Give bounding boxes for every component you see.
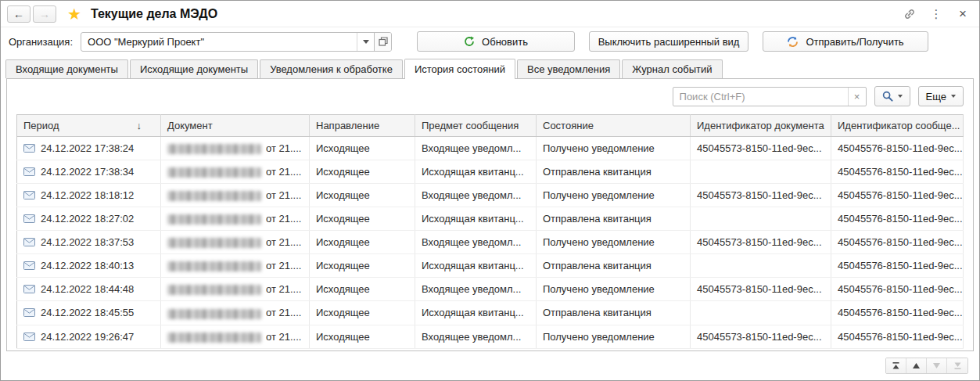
cell-state: Отправлена квитанция — [537, 254, 691, 278]
tab-5[interactable]: Все уведомления — [517, 59, 620, 78]
cell-direction: Исходящее — [310, 184, 415, 207]
column-header[interactable]: Документ — [161, 115, 310, 137]
tab-bar: Входящие документы Исходящие документы У… — [1, 59, 979, 78]
table-row[interactable]: 24.12.2022 18:27:02 от 21.... Исходящее … — [17, 207, 964, 231]
search-input[interactable] — [673, 88, 848, 106]
cell-subject: Исходящая квитанц... — [415, 254, 537, 278]
refresh-button[interactable]: Обновить — [417, 31, 575, 52]
column-header[interactable]: Идентификатор сообще... — [831, 115, 964, 137]
column-header[interactable]: Идентификатор документа — [691, 115, 831, 137]
tab-6[interactable]: Журнал событий — [622, 59, 722, 78]
clear-search-button[interactable]: × — [848, 88, 866, 106]
cell-doc-suffix: от 21.... — [266, 260, 301, 271]
envelope-icon — [23, 308, 35, 317]
cell-period: 24.12.2022 18:37:53 — [41, 236, 134, 248]
cell-direction: Исходящее — [310, 137, 415, 160]
kebab-menu-icon[interactable]: ⋮ — [929, 7, 943, 21]
table-row[interactable]: 24.12.2022 18:37:53 от 21.... Исходящее … — [17, 231, 964, 254]
cell-state: Получено уведомление — [537, 231, 691, 254]
cell-state: Получено уведомление — [537, 184, 691, 207]
organization-open-button[interactable] — [374, 33, 391, 51]
column-header-label: Документ — [167, 120, 213, 131]
organization-label: Организация: — [9, 36, 73, 48]
column-header[interactable]: Направление — [310, 115, 415, 137]
refresh-icon — [464, 36, 475, 47]
cell-subject: Входящее уведомл... — [415, 137, 537, 160]
toggle-extended-view-button[interactable]: Выключить расширенный вид — [589, 31, 748, 52]
cell-doc-suffix: от 21.... — [266, 283, 301, 295]
envelope-icon — [23, 214, 35, 223]
table-row[interactable]: 24.12.2022 17:38:24 от 21.... Исходящее … — [17, 137, 964, 160]
cell-doc-id: 45045573-8150-11ed-9ec... — [691, 325, 831, 348]
cell-doc-suffix: от 21.... — [266, 307, 301, 318]
forward-arrow-icon: → — [39, 8, 50, 20]
cell-state: Получено уведомление — [537, 137, 691, 160]
envelope-icon — [23, 167, 35, 176]
table-header-row: Период↓ДокументНаправлениеПредмет сообще… — [17, 115, 964, 137]
organization-combobox[interactable]: ООО "Меркурий Проект" — [81, 32, 392, 52]
forward-button[interactable]: → — [33, 5, 56, 23]
send-receive-icon — [787, 36, 799, 48]
column-header[interactable]: Предмет сообщения — [415, 115, 537, 137]
cell-msg-id: 45045576-8150-11ed-9ec... — [831, 184, 964, 207]
tab-4[interactable]: История состояний — [404, 59, 515, 79]
cell-period: 24.12.2022 17:38:34 — [41, 166, 134, 178]
tab-label: Уведомления к обработке — [270, 63, 393, 75]
cell-period: 24.12.2022 18:27:02 — [41, 213, 134, 225]
table-row[interactable]: 24.12.2022 18:45:55 от 21.... Исходящее … — [17, 301, 964, 325]
search-row: × Еще — [7, 79, 973, 111]
cell-doc-suffix: от 21.... — [266, 331, 301, 343]
search-icon — [882, 91, 893, 102]
more-button-label: Еще — [926, 91, 946, 102]
close-icon[interactable]: × — [956, 7, 970, 21]
cell-period: 24.12.2022 18:18:12 — [41, 189, 134, 201]
cell-state: Получено уведомление — [537, 325, 691, 348]
cell-state: Отправлена квитанция — [537, 301, 691, 325]
history-table: Период↓ДокументНаправлениеПредмет сообще… — [16, 114, 964, 349]
envelope-icon — [23, 191, 35, 199]
cell-msg-id: 45045576-8150-11ed-9ec... — [831, 278, 964, 301]
app-window: ← → ★ Текущие дела МЭДО ⋮ × Организация:… — [0, 0, 980, 381]
cell-period: 24.12.2022 18:44:48 — [41, 283, 134, 295]
redacted-document-name — [167, 144, 261, 154]
envelope-icon — [23, 238, 35, 246]
cell-msg-id: 45045576-8150-11ed-9ec... — [831, 325, 964, 348]
tab-label: История состояний — [415, 63, 505, 75]
cell-doc-suffix: от 21.... — [266, 189, 301, 201]
search-settings-button[interactable] — [874, 86, 910, 106]
list-scroll-buttons — [885, 358, 968, 374]
cell-subject: Входящее уведомл... — [415, 278, 537, 301]
chevron-down-icon — [363, 40, 369, 44]
open-form-icon — [379, 37, 388, 46]
cell-subject: Входящее уведомл... — [415, 325, 537, 348]
search-field: × — [673, 87, 867, 106]
tab-1[interactable]: Входящие документы — [5, 59, 128, 78]
scroll-to-top-button[interactable] — [886, 358, 906, 373]
favorite-star-icon[interactable]: ★ — [67, 6, 81, 22]
sort-desc-icon: ↓ — [137, 120, 142, 131]
tab-3[interactable]: Уведомления к обработке — [260, 59, 403, 78]
cell-subject: Входящее уведомл... — [415, 231, 537, 254]
column-header[interactable]: Состояние — [537, 115, 691, 137]
tab-2[interactable]: Исходящие документы — [130, 59, 258, 78]
cell-direction: Исходящее — [310, 301, 415, 325]
organization-dropdown-button[interactable] — [357, 33, 374, 51]
scroll-to-bottom-button[interactable] — [947, 358, 967, 373]
table-row[interactable]: 24.12.2022 18:40:13 от 21.... Исходящее … — [17, 254, 964, 278]
back-button[interactable]: ← — [7, 5, 31, 23]
table-row[interactable]: 24.12.2022 19:26:47 от 21.... Исходящее … — [17, 325, 964, 348]
table-row[interactable]: 24.12.2022 18:18:12 от 21.... Исходящее … — [17, 184, 964, 207]
chevron-down-icon — [898, 95, 903, 98]
send-receive-button[interactable]: Отправить/Получить — [763, 31, 928, 52]
table-row[interactable]: 24.12.2022 17:38:34 от 21.... Исходящее … — [17, 160, 964, 184]
cell-doc-suffix: от 21.... — [266, 213, 301, 225]
link-icon[interactable] — [903, 7, 917, 21]
cell-doc-id — [691, 207, 831, 231]
more-button[interactable]: Еще — [918, 86, 964, 106]
scroll-down-button[interactable] — [927, 358, 947, 373]
cell-doc-id: 45045573-8150-11ed-9ec... — [691, 184, 831, 207]
envelope-icon — [23, 144, 35, 153]
scroll-up-button[interactable] — [906, 358, 927, 373]
column-header[interactable]: Период↓ — [17, 115, 161, 137]
table-row[interactable]: 24.12.2022 18:44:48 от 21.... Исходящее … — [17, 278, 964, 301]
